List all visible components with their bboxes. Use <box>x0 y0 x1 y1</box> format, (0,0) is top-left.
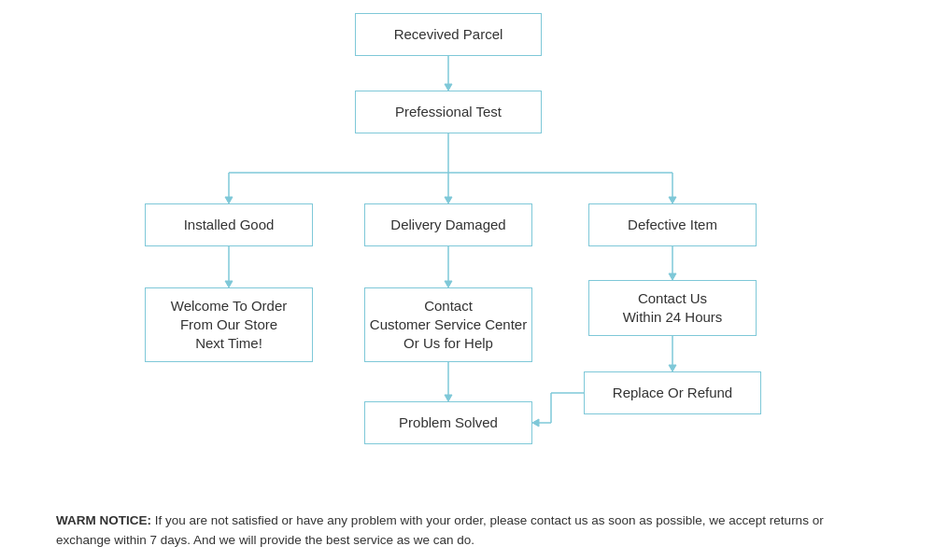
solved-box: Problem Solved <box>364 401 532 444</box>
contact-us-box: Contact Us Within 24 Hours <box>588 280 757 336</box>
svg-marker-11 <box>225 281 233 287</box>
notice-text: If you are not satisfied or have any pro… <box>56 513 824 548</box>
defective-box: Defective Item <box>588 203 757 246</box>
notice-label: WARM NOTICE: <box>56 513 151 527</box>
svg-marker-21 <box>532 419 539 427</box>
svg-marker-17 <box>669 365 676 371</box>
svg-marker-9 <box>669 197 676 203</box>
replace-box: Replace Or Refund <box>584 371 761 414</box>
svg-marker-15 <box>669 273 676 280</box>
damaged-box: Delivery Damaged <box>364 203 532 246</box>
received-box: Recevived Parcel <box>355 13 542 56</box>
installed-box: Installed Good <box>145 203 313 246</box>
svg-marker-23 <box>445 395 452 401</box>
svg-marker-13 <box>445 281 452 287</box>
contact-service-box: Contact Customer Service Center Or Us fo… <box>364 287 532 362</box>
professional-box: Prefessional Test <box>355 91 542 133</box>
notice-section: WARM NOTICE: If you are not satisfied or… <box>56 511 878 551</box>
svg-marker-1 <box>445 84 452 91</box>
svg-marker-5 <box>225 197 233 203</box>
welcome-box: Welcome To Order From Our Store Next Tim… <box>145 287 313 362</box>
svg-marker-7 <box>445 197 452 203</box>
